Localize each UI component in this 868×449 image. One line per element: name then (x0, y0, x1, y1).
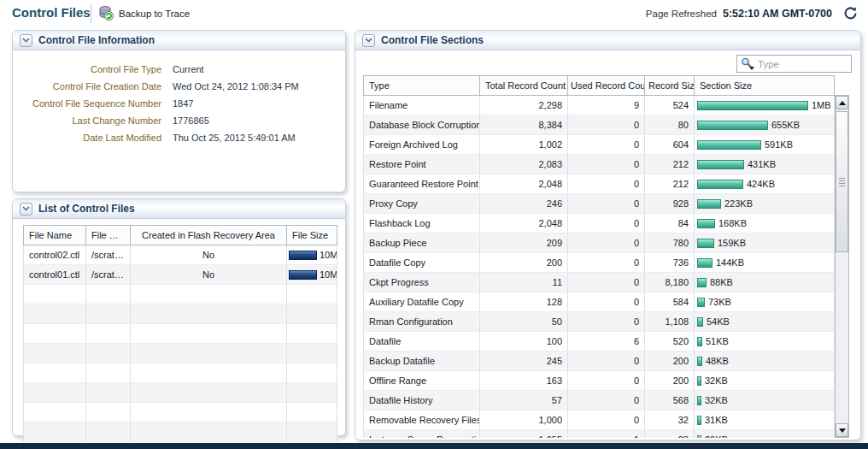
backup-to-trace-button[interactable]: Backup to Trace (98, 4, 190, 23)
section-row[interactable]: Ckpt Progress 11 0 8,180 88KB (364, 273, 835, 292)
section-size-cell: 73KB (695, 292, 835, 312)
section-row[interactable]: Database Block Corruption 8,384 0 80 655… (364, 115, 835, 135)
section-row[interactable]: Flashback Log 2,048 0 84 168KB (364, 214, 835, 233)
section-row[interactable]: Restore Point 2,083 0 212 431KB (364, 155, 835, 174)
total-record-count-cell: 2,083 (480, 155, 568, 174)
section-size-bar (697, 416, 701, 425)
record-size-cell: 84 (645, 214, 695, 233)
sections-table-header-row: Type Total Record Count Used Record Coun… (364, 76, 835, 96)
column-header-file-name[interactable]: File Name (24, 226, 86, 245)
file-size-cell: 10MB (287, 265, 337, 285)
section-row[interactable]: Removable Recovery Files 1,000 0 32 31KB (364, 411, 835, 430)
column-header-type[interactable]: Type (364, 76, 480, 96)
control-file-row[interactable]: control02.ctl /scrat… No 10MB (24, 245, 337, 265)
collapse-chevron-icon[interactable] (20, 203, 32, 216)
section-type-cell: Proxy Copy (364, 194, 480, 214)
section-size-bar (697, 160, 744, 169)
section-size-cell: 32KB (695, 371, 835, 391)
section-size-cell: 431KB (695, 155, 835, 174)
section-row[interactable]: Datafile 100 6 520 51KB (364, 332, 835, 352)
page-refreshed-label: Page Refreshed (646, 9, 717, 19)
vertical-scrollbar[interactable] (835, 95, 849, 438)
field-label: Control File Creation Date (23, 81, 161, 92)
record-size-cell: 80 (645, 115, 695, 135)
column-header-file-size[interactable]: File Size (287, 226, 337, 245)
sections-panel-header: Control File Sections (355, 31, 860, 50)
section-type-cell: Rman Configuration (364, 312, 480, 332)
section-size-label: 32KB (705, 395, 728, 405)
section-row[interactable]: Datafile History 57 0 568 32KB (364, 391, 835, 411)
used-record-count-cell: 9 (568, 96, 645, 115)
info-grid: Control File Type Current Control File C… (13, 50, 345, 146)
used-record-count-cell: 0 (568, 115, 645, 135)
info-row: Control File Sequence Number 1847 (23, 95, 335, 112)
collapse-chevron-icon[interactable] (20, 34, 32, 47)
section-size-cell: 591KB (695, 135, 835, 155)
info-panel-title: Control File Information (38, 34, 155, 46)
info-row: Last Change Number 1776865 (23, 112, 335, 129)
section-row[interactable]: Backup Datafile 245 0 200 48KB (364, 352, 835, 371)
column-header-used-record-count[interactable]: Used Record Count (568, 76, 645, 96)
sections-toolbar (355, 50, 860, 75)
section-type-cell: Restore Point (364, 155, 480, 174)
field-label: Control File Type (23, 64, 161, 74)
section-type-cell: Auxiliary Datafile Copy (364, 292, 480, 312)
files-panel-title: List of Control Files (38, 203, 135, 215)
scrollbar-thumb[interactable] (836, 111, 848, 252)
control-files-page: Control Files Backup to Trace Page Refre… (0, 0, 868, 449)
type-filter-input[interactable] (758, 59, 847, 69)
section-row[interactable]: Backup Piece 209 0 780 159KB (364, 233, 835, 253)
section-row[interactable]: Foreign Archived Log 1,002 0 604 591KB (364, 135, 835, 155)
used-record-count-cell: 0 (568, 174, 645, 194)
section-row[interactable]: Instance Space Reservation 1,055 1 28 29… (364, 430, 835, 439)
info-row: Control File Type Current (23, 61, 335, 78)
section-row[interactable]: Offline Range 163 0 200 32KB (364, 371, 835, 391)
total-record-count-cell: 2,048 (480, 174, 568, 194)
used-record-count-cell: 0 (568, 371, 645, 391)
column-header-total-record-count[interactable]: Total Record Count (480, 76, 568, 96)
total-record-count-cell: 8,384 (480, 115, 568, 135)
total-record-count-cell: 200 (480, 253, 568, 273)
section-size-cell: 168KB (695, 214, 835, 233)
section-size-cell: 31KB (695, 411, 835, 430)
record-size-cell: 1,108 (645, 312, 695, 332)
column-header-file-directory[interactable]: File … (86, 226, 131, 245)
record-size-cell: 584 (645, 292, 695, 312)
empty-row (24, 344, 337, 363)
section-size-bar (697, 317, 703, 327)
section-row[interactable]: Guaranteed Restore Point 2,048 0 212 424… (364, 174, 835, 194)
scroll-down-button[interactable] (836, 423, 848, 437)
section-size-label: 144KB (716, 257, 744, 268)
files-panel-header: List of Control Files (13, 199, 345, 219)
used-record-count-cell: 0 (568, 292, 645, 312)
search-icon[interactable] (741, 57, 755, 70)
section-row[interactable]: Datafile Copy 200 0 736 144KB (364, 253, 835, 273)
column-header-flash-recovery[interactable]: Created in Flash Recovery Area (131, 226, 287, 245)
refresh-icon[interactable] (843, 6, 858, 21)
column-header-section-size[interactable]: Section Size (695, 76, 835, 96)
total-record-count-cell: 2,298 (480, 96, 568, 115)
section-row[interactable]: Rman Configuration 50 0 1,108 54KB (364, 312, 835, 332)
section-row[interactable]: Filename 2,298 9 524 1MB (364, 96, 835, 115)
file-size-cell: 10MB (287, 245, 337, 265)
section-size-label: 29KB (705, 434, 728, 438)
section-size-label: 88KB (710, 277, 733, 287)
column-header-record-size[interactable]: Record Size (645, 76, 695, 96)
collapse-chevron-icon[interactable] (362, 34, 375, 47)
section-size-label: 48KB (706, 356, 729, 366)
type-filter-box (736, 55, 852, 73)
total-record-count-cell: 1,000 (480, 411, 568, 430)
section-size-label: 51KB (706, 336, 729, 346)
section-row[interactable]: Auxiliary Datafile Copy 128 0 584 73KB (364, 292, 835, 312)
scroll-up-button[interactable] (836, 96, 848, 109)
total-record-count-cell: 57 (480, 391, 568, 411)
section-type-cell: Database Block Corruption (364, 115, 480, 135)
sections-table: Type Total Record Count Used Record Coun… (363, 75, 835, 438)
control-file-row[interactable]: control01.ctl /scrat… No 10MB (24, 265, 337, 285)
section-size-bar (697, 278, 707, 287)
page-refreshed-time: 5:52:10 AM GMT-0700 (723, 8, 832, 20)
sections-panel-title: Control File Sections (381, 34, 484, 46)
field-value: 1847 (173, 98, 193, 109)
record-size-cell: 520 (645, 332, 695, 352)
section-row[interactable]: Proxy Copy 246 0 928 223KB (364, 194, 835, 214)
